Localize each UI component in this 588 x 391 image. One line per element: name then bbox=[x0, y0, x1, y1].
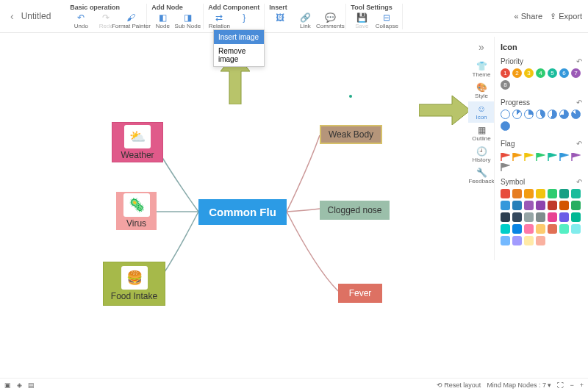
symbol-swatch[interactable] bbox=[548, 224, 557, 234]
symbol-swatch[interactable] bbox=[536, 201, 545, 210]
undo-button[interactable]: ↶Undo bbox=[70, 12, 92, 29]
remove-image-option[interactable]: Remove image bbox=[214, 44, 264, 66]
symbol-swatch[interactable] bbox=[524, 224, 534, 234]
progress-swatch[interactable] bbox=[559, 110, 569, 119]
flag-swatch[interactable] bbox=[536, 151, 545, 159]
symbol-swatch[interactable] bbox=[536, 212, 545, 222]
symbol-swatch[interactable] bbox=[571, 224, 581, 234]
symbol-swatch[interactable] bbox=[536, 224, 545, 234]
progress-swatch[interactable] bbox=[548, 110, 557, 119]
mindmap-canvas[interactable]: Common Flu ⛅ Weather 🦠 Virus 🍔 Food Inta… bbox=[0, 34, 470, 376]
link-button[interactable]: 🔗Link bbox=[294, 12, 316, 29]
relation-button[interactable]: ⇄Relation bbox=[208, 12, 230, 29]
flag-swatch[interactable] bbox=[512, 151, 522, 159]
flag-swatch[interactable] bbox=[501, 161, 510, 169]
progress-swatch[interactable] bbox=[571, 110, 581, 119]
node-food[interactable]: 🍔 Food Intake bbox=[103, 262, 165, 306]
export-button[interactable]: ⇪ Export bbox=[550, 12, 582, 21]
symbol-swatch[interactable] bbox=[571, 189, 581, 198]
symbol-reset-icon[interactable]: ↶ bbox=[576, 178, 582, 186]
sidebar-item-history[interactable]: 🕘History bbox=[468, 144, 494, 165]
priority-swatch[interactable]: 5 bbox=[548, 68, 557, 78]
zoom-in-button[interactable]: + bbox=[580, 381, 584, 389]
flag-swatch[interactable] bbox=[571, 151, 581, 159]
node-clogged[interactable]: Clogged nose bbox=[320, 201, 390, 220]
node-weather[interactable]: ⛅ Weather bbox=[112, 122, 163, 162]
node-virus[interactable]: 🦠 Virus bbox=[116, 192, 157, 230]
sidebar-item-style[interactable]: 🎨Style bbox=[468, 80, 494, 101]
view-icon-2[interactable]: ◈ bbox=[17, 381, 22, 389]
priority-swatch[interactable]: 1 bbox=[501, 68, 510, 78]
node-button[interactable]: ◧Node bbox=[151, 12, 173, 29]
symbol-swatch[interactable] bbox=[524, 236, 534, 245]
comments-button[interactable]: 💬Comments bbox=[319, 12, 341, 29]
fit-icon[interactable]: ⛶ bbox=[557, 381, 564, 389]
sidebar-item-theme[interactable]: 👕Theme bbox=[468, 59, 494, 80]
image-button[interactable]: 🖼 bbox=[269, 12, 291, 29]
flag-reset-icon[interactable]: ↶ bbox=[576, 140, 582, 148]
collapse-panel-icon[interactable]: » bbox=[478, 41, 484, 53]
symbol-swatch[interactable] bbox=[559, 224, 569, 234]
symbol-swatch[interactable] bbox=[512, 189, 522, 198]
sidebar-item-outline[interactable]: ▦Outline bbox=[468, 123, 494, 144]
symbol-swatch[interactable] bbox=[559, 189, 569, 198]
symbol-swatch[interactable] bbox=[501, 201, 510, 210]
back-button[interactable]: ‹ bbox=[6, 10, 18, 22]
sidebar-item-feedback[interactable]: 🔧Feedback bbox=[468, 165, 494, 187]
document-title[interactable]: Untitled bbox=[21, 11, 51, 21]
symbol-swatch[interactable] bbox=[571, 212, 581, 222]
symbol-swatch[interactable] bbox=[501, 189, 510, 198]
reset-layout-button[interactable]: ⟲ Reset layout bbox=[437, 381, 481, 389]
format-painter-button[interactable]: 🖌Format Painter bbox=[120, 12, 142, 29]
sidebar-item-icon[interactable]: ☺Icon bbox=[468, 101, 494, 123]
symbol-swatch[interactable] bbox=[512, 236, 522, 245]
icon-icon: ☺ bbox=[477, 104, 486, 114]
symbol-swatch[interactable] bbox=[571, 201, 581, 210]
node-fever[interactable]: Fever bbox=[338, 284, 382, 303]
flag-swatch[interactable] bbox=[501, 151, 510, 159]
summary-button[interactable]: } bbox=[233, 12, 255, 29]
flag-swatch[interactable] bbox=[559, 151, 569, 159]
symbol-swatch[interactable] bbox=[548, 201, 557, 210]
progress-swatch[interactable] bbox=[501, 121, 510, 131]
symbol-swatch[interactable] bbox=[512, 201, 522, 210]
progress-swatch[interactable] bbox=[512, 110, 522, 119]
symbol-swatch[interactable] bbox=[501, 236, 510, 245]
collapse-button[interactable]: ⊟Collapse bbox=[376, 12, 398, 29]
symbol-swatch[interactable] bbox=[512, 224, 522, 234]
node-central[interactable]: Common Flu bbox=[198, 199, 287, 225]
priority-swatch[interactable]: 2 bbox=[512, 68, 522, 78]
view-icon-3[interactable]: ▤ bbox=[28, 381, 35, 389]
symbol-swatch[interactable] bbox=[536, 236, 545, 245]
symbol-swatch[interactable] bbox=[548, 212, 557, 222]
flag-swatch[interactable] bbox=[524, 151, 534, 159]
symbol-swatch[interactable] bbox=[536, 189, 545, 198]
symbol-swatch[interactable] bbox=[548, 189, 557, 198]
share-button[interactable]: « Share bbox=[514, 12, 543, 21]
priority-swatch[interactable]: 6 bbox=[559, 68, 569, 78]
symbol-swatch[interactable] bbox=[512, 212, 522, 222]
progress-reset-icon[interactable]: ↶ bbox=[576, 98, 582, 107]
symbol-swatch[interactable] bbox=[501, 224, 510, 234]
symbol-swatch[interactable] bbox=[559, 201, 569, 210]
priority-reset-icon[interactable]: ↶ bbox=[576, 57, 582, 65]
symbol-swatch[interactable] bbox=[524, 201, 534, 210]
progress-swatch[interactable] bbox=[501, 110, 510, 119]
priority-swatch[interactable]: 7 bbox=[571, 68, 581, 78]
node-weak[interactable]: Weak Body bbox=[320, 125, 382, 144]
flag-label: Flag bbox=[501, 140, 514, 148]
symbol-swatch[interactable] bbox=[501, 212, 510, 222]
progress-swatch[interactable] bbox=[536, 110, 545, 119]
priority-swatch[interactable]: 4 bbox=[536, 68, 545, 78]
symbol-swatch[interactable] bbox=[559, 212, 569, 222]
insert-image-option[interactable]: Insert image bbox=[214, 30, 264, 44]
sub-node-button[interactable]: ◨Sub Node bbox=[176, 12, 198, 29]
view-icon-1[interactable]: ▣ bbox=[4, 381, 11, 389]
flag-swatch[interactable] bbox=[548, 151, 557, 159]
priority-swatch[interactable]: 3 bbox=[524, 68, 534, 78]
zoom-out-button[interactable]: − bbox=[570, 381, 573, 389]
progress-swatch[interactable] bbox=[524, 110, 534, 119]
symbol-swatch[interactable] bbox=[524, 212, 534, 222]
priority-swatch[interactable]: 8 bbox=[501, 80, 510, 90]
symbol-swatch[interactable] bbox=[524, 189, 534, 198]
